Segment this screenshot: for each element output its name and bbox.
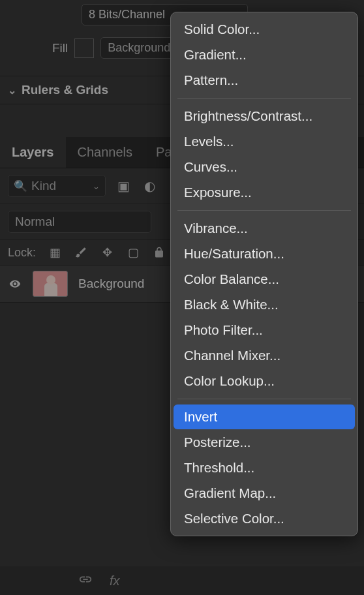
- chevron-down-icon: ⌄: [8, 84, 16, 97]
- layer-filter-kind[interactable]: 🔍 Kind ⌄: [8, 175, 106, 197]
- tab-layers[interactable]: Layers: [0, 137, 66, 168]
- blend-mode-dropdown[interactable]: Normal: [8, 211, 151, 233]
- search-icon: 🔍: [14, 179, 27, 193]
- menu-separator: [177, 399, 351, 399]
- menu-item-selective-color[interactable]: Selective Color...: [174, 506, 355, 531]
- lock-position-icon[interactable]: ✥: [100, 245, 114, 260]
- menu-item-posterize[interactable]: Posterize...: [174, 430, 355, 455]
- layer-name-label: Background: [78, 277, 144, 291]
- menu-item-gradient[interactable]: Gradient...: [174, 42, 355, 67]
- lock-all-icon[interactable]: [152, 245, 166, 260]
- visibility-eye-icon[interactable]: [8, 278, 22, 290]
- menu-item-curves[interactable]: Curves...: [174, 155, 355, 179]
- fill-label: Fill: [52, 41, 68, 55]
- link-layers-icon[interactable]: [78, 572, 93, 590]
- menu-item-pattern[interactable]: Pattern...: [174, 68, 355, 93]
- menu-separator: [177, 98, 351, 99]
- adjustment-layer-menu: Solid Color... Gradient... Pattern... Br…: [170, 12, 358, 536]
- lock-label: Lock:: [8, 246, 36, 260]
- layer-thumbnail[interactable]: [33, 271, 68, 297]
- menu-item-brightness-contrast[interactable]: Brightness/Contrast...: [174, 104, 355, 129]
- bits-label: 8 Bits/Channel: [89, 8, 165, 22]
- menu-item-photo-filter[interactable]: Photo Filter...: [174, 318, 355, 343]
- lock-transparency-icon[interactable]: ▦: [48, 245, 62, 260]
- adjustment-layer-filter-icon[interactable]: ◐: [144, 178, 155, 194]
- kind-label: Kind: [31, 179, 56, 193]
- menu-item-color-balance[interactable]: Color Balance...: [174, 267, 355, 292]
- menu-item-invert[interactable]: Invert: [174, 404, 355, 429]
- menu-item-hue-saturation[interactable]: Hue/Saturation...: [174, 241, 355, 266]
- menu-item-color-lookup[interactable]: Color Lookup...: [174, 369, 355, 393]
- menu-separator: [177, 210, 351, 211]
- pixel-layer-filter-icon[interactable]: ▣: [117, 178, 130, 194]
- lock-paint-icon[interactable]: [74, 245, 88, 260]
- menu-item-channel-mixer[interactable]: Channel Mixer...: [174, 343, 355, 368]
- menu-item-vibrance[interactable]: Vibrance...: [174, 216, 355, 241]
- chevron-down-icon: ⌄: [93, 181, 100, 191]
- blend-mode-label: Normal: [15, 215, 55, 229]
- layers-bottom-bar: fx: [0, 566, 364, 595]
- fx-icon[interactable]: fx: [110, 573, 120, 588]
- menu-item-solid-color[interactable]: Solid Color...: [174, 17, 355, 42]
- lock-artboard-icon[interactable]: ▢: [126, 245, 140, 260]
- menu-item-gradient-map[interactable]: Gradient Map...: [174, 481, 355, 506]
- fill-swatch[interactable]: [74, 38, 94, 58]
- menu-item-black-white[interactable]: Black & White...: [174, 292, 355, 317]
- menu-item-threshold[interactable]: Threshold...: [174, 455, 355, 480]
- menu-item-levels[interactable]: Levels...: [174, 129, 355, 154]
- tab-channels[interactable]: Channels: [66, 137, 145, 168]
- menu-item-exposure[interactable]: Exposure...: [174, 180, 355, 205]
- rulers-grids-label: Rulers & Grids: [22, 83, 108, 97]
